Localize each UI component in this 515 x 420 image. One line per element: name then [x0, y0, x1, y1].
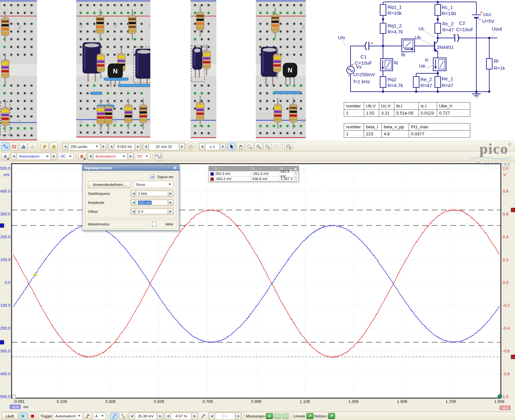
buffer-next-button[interactable]: [179, 143, 185, 150]
stop-button[interactable]: [28, 413, 36, 419]
signal-on-label: Signal ein: [157, 175, 173, 179]
channel-b-offset-marker[interactable]: [498, 395, 502, 399]
board-row-number: 35: [113, 118, 117, 123]
channel-b-coupling-select[interactable]: DC: [135, 153, 150, 160]
samples-next-button[interactable]: [135, 143, 141, 150]
home-button[interactable]: [50, 142, 58, 151]
user-defined-button[interactable]: Anwenderdefiniert...: [88, 181, 131, 188]
channel-b-range-next[interactable]: [128, 153, 133, 160]
amplitude-up[interactable]: [168, 199, 173, 205]
channel-a-button[interactable]: A: [1, 152, 9, 160]
persistence-spectrum-button[interactable]: [28, 142, 36, 151]
level-down[interactable]: [129, 413, 134, 420]
add-measurement-button[interactable]: [266, 413, 273, 419]
zoom-field[interactable]: x 1: [205, 143, 220, 150]
lineale-label: Lineale: [293, 414, 305, 418]
frequency-field[interactable]: 1 kHz: [136, 191, 168, 196]
delay-down[interactable]: [209, 413, 214, 420]
zoom-prev-button[interactable]: [199, 143, 205, 150]
channel-b-button[interactable]: B: [78, 152, 86, 160]
amplitude-down[interactable]: [131, 199, 136, 205]
lock-icon[interactable]: [294, 178, 297, 180]
zoom-in-button[interactable]: [254, 142, 262, 151]
persistence-view-button[interactable]: [10, 142, 18, 151]
svg-text:-400.0: -400.0: [0, 372, 10, 376]
zoom-next-button[interactable]: [220, 143, 226, 150]
samples-field[interactable]: 8.001 kS: [114, 143, 135, 150]
schematic-label: R=100: [442, 11, 456, 16]
schematic-label: C2: [459, 20, 465, 26]
scope-plot[interactable]: 500.0400.0300.0200.0100.00.0-100.0-200.0…: [0, 160, 515, 412]
channel-toolbar: A Automatisch DC B Automatisch DC: [0, 152, 515, 161]
remove-measurement-button[interactable]: [274, 413, 281, 419]
timebase-select[interactable]: 200 µs/div: [68, 143, 100, 150]
signal-on-checkbox[interactable]: [150, 175, 154, 179]
stop-icon: [31, 415, 34, 418]
undo-zoom-button[interactable]: [272, 142, 280, 151]
close-icon[interactable]: [173, 166, 177, 170]
channel-b-range-select[interactable]: Automatisch: [93, 153, 127, 160]
level-up[interactable]: [157, 413, 163, 420]
samples-prev-button[interactable]: [108, 143, 114, 150]
pointer-tool-button[interactable]: [227, 142, 235, 151]
auto-setup-button[interactable]: [41, 142, 49, 151]
falling-edge-button[interactable]: [119, 413, 127, 419]
minus-icon: [276, 415, 279, 418]
timebase-prev-button[interactable]: [62, 143, 68, 150]
edit-measurement-button[interactable]: [282, 413, 289, 419]
undo-arrow-icon: [274, 144, 279, 149]
trigger-mode-select[interactable]: Automatisch: [53, 413, 83, 420]
sim-table-2: numberbeta_Ibeta_v_ppPt1_max12234.80.037…: [344, 123, 470, 138]
sim-table-1: numberUb.VUc.VIb.IIc.IUbe_V11.023.215.51…: [344, 102, 470, 117]
offset-down[interactable]: [131, 208, 136, 215]
scope-view-button[interactable]: [1, 142, 9, 151]
notes-button[interactable]: [328, 413, 335, 419]
signal-generator-button[interactable]: [154, 152, 163, 160]
spectrum-view-button[interactable]: [19, 142, 27, 151]
pre-up[interactable]: [192, 413, 197, 420]
buffer-navigator-button[interactable]: [186, 142, 194, 151]
offset-spinner: 0 V: [130, 208, 173, 215]
close-icon[interactable]: [294, 168, 297, 171]
channel-b-range-prev[interactable]: [88, 153, 93, 160]
delay-up[interactable]: [236, 413, 241, 420]
offset-up[interactable]: [168, 208, 173, 215]
ruler-legend[interactable]: 1 2 Δ 250.3 mV -261.0 mV 511.3 mV -650.2…: [209, 166, 299, 182]
channel-a-range-next[interactable]: [51, 153, 57, 160]
table-cell: 223: [364, 131, 382, 138]
schematic-label: Re_1: [442, 76, 453, 81]
buffer-prev-button[interactable]: [143, 143, 148, 150]
rising-edge-button[interactable]: [110, 413, 118, 419]
status-button[interactable]: Läuft: [1, 413, 18, 419]
pan-tool-button[interactable]: [236, 142, 244, 151]
advanced-trigger-button[interactable]: [84, 413, 92, 419]
zoom-select-button[interactable]: [245, 142, 253, 151]
schematic-label: Rc_1: [442, 5, 453, 10]
run-button[interactable]: [19, 413, 27, 419]
zoom-out-button[interactable]: [263, 142, 271, 151]
frequency-up[interactable]: [168, 190, 173, 196]
channel-a-range-prev[interactable]: [11, 153, 16, 160]
pre-down[interactable]: [165, 413, 171, 420]
waveform-select[interactable]: Sinus: [134, 181, 173, 188]
frequency-down[interactable]: [131, 190, 136, 196]
lock-icon[interactable]: [294, 173, 297, 175]
channel-a-coupling-select[interactable]: DC: [58, 153, 74, 160]
schematic-label: Iq: [394, 59, 398, 65]
timebase-next-button[interactable]: [101, 143, 106, 150]
dialog-titlebar[interactable]: Signalgenerator: [82, 165, 179, 171]
offset-field[interactable]: 0 V: [136, 209, 168, 214]
buffer-field[interactable]: 32 von 32: [149, 143, 179, 150]
trigger-level-field[interactable]: 35.38 mV: [135, 413, 157, 420]
amplitude-field[interactable]: 320 mV: [136, 200, 168, 205]
zoom-100-button[interactable]: 100: [285, 142, 293, 151]
aktiv-checkbox[interactable]: [152, 222, 156, 226]
pretrigger-field[interactable]: 4.57 %: [171, 413, 192, 420]
delay-field[interactable]: 0 s: [215, 413, 235, 420]
rulers-button[interactable]: [306, 413, 314, 419]
trigger-marker-button[interactable]: [199, 413, 207, 419]
trigger-source-select[interactable]: A: [93, 413, 106, 420]
schematic-label: Ic: [425, 57, 429, 62]
channel-a-range-select[interactable]: Automatisch: [17, 153, 51, 160]
axis-drag-handle[interactable]: [12, 395, 16, 398]
